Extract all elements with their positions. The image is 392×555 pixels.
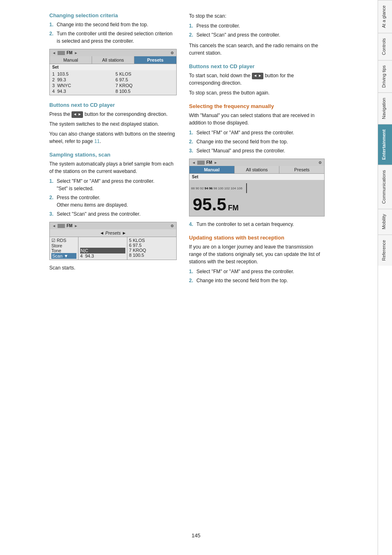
buttons-cd-left-title: Buttons next to CD player [49, 102, 177, 108]
buttons-cd-right-p1: To start scan, hold down the ◄ ► button … [189, 72, 325, 87]
page-ref-link[interactable]: 11 [94, 138, 99, 144]
freq-tick: 98 [214, 187, 217, 190]
buttons-cd-left-p1: Press the ◄ ► button for the correspondi… [49, 111, 177, 118]
freq-tick: 88 [191, 187, 195, 190]
freq-tick: 100 [218, 187, 223, 190]
list-item: Select "FM" or "AM" and press the contro… [189, 129, 325, 136]
tab-allstations-m[interactable]: All stations [235, 166, 280, 173]
tab-presets-1[interactable]: Presets [134, 56, 176, 64]
settings-icon-manual: ⚙ [318, 161, 322, 165]
freq-tick: 102 [224, 187, 230, 190]
list-item: Press the controller. [189, 22, 325, 30]
station-4-num: 4 94.3 [50, 88, 113, 94]
sampling-scan-steps: Select "FM" or "AM" and press the contro… [49, 177, 177, 218]
station-highlight: N|C [80, 248, 125, 253]
radio-icon-scan [58, 224, 65, 228]
tone-item: Tone [51, 248, 76, 253]
scan-starts-text: Scan starts. [49, 264, 177, 272]
station-8: 8 100.5 [113, 88, 176, 94]
scan-menu-left: ☑ RDS Store Tone Scan ▼ [50, 237, 78, 260]
sidebar: At a glance Controls Driving tips Naviga… [378, 0, 392, 555]
station-2-num: 2 99.3 [50, 77, 113, 83]
freq-large-sub: FM [228, 204, 239, 212]
selecting-freq-title: Selecting the frequency manually [189, 103, 325, 109]
scan-s8: 8 100.5 [129, 253, 175, 258]
selecting-freq-steps: Select "FM" or "AM" and press the contro… [189, 129, 325, 154]
radio-display-manual: ◄ FM ► ⚙ Manual All stations Presets Set [189, 159, 325, 216]
sidebar-tab-driving-tips[interactable]: Driving tips [378, 60, 392, 92]
station-5: 5 KLOS [113, 71, 176, 77]
scan-item-selected: Scan ▼ [51, 253, 76, 259]
sidebar-tab-navigation[interactable]: Navigation [378, 92, 392, 124]
stop-scan-steps: Press the controller. Select "Scan" and … [189, 22, 325, 39]
section-stop-scan: To stop the scan: Press the controller. … [189, 12, 325, 57]
tab-presets-m[interactable]: Presets [279, 166, 324, 173]
tab-manual-1[interactable]: Manual [50, 56, 92, 64]
left-arrow-manual: ◄ [192, 161, 196, 165]
sidebar-tab-entertainment[interactable]: Entertainment [378, 124, 392, 165]
buttons-cd-left-p2: The system switches to the next displaye… [49, 120, 177, 128]
station-list-1: 1 103.5 5 KLOS 2 99.3 6 97.5 3 WNYC 7 KR… [50, 70, 176, 95]
nav-button-icon: ◄ ► [71, 111, 83, 118]
freq-tick: 104 [231, 187, 236, 190]
settings-icon-scan: ⚙ [171, 224, 174, 228]
freq-tick: 96 [209, 187, 213, 190]
tab-allstations-1[interactable]: All stations [92, 56, 134, 64]
buttons-cd-right-title: Buttons next to CD player [189, 63, 325, 69]
set-row-manual: Set [189, 174, 324, 180]
freq-bar-track: 88 90 92 94 96 98 100 102 104 106 [191, 187, 242, 190]
section-updating-stations: Updating stations with best reception If… [189, 235, 325, 284]
set-row-1: Set [50, 64, 176, 70]
list-item: Select "FM" or "AM" and press the contro… [189, 268, 325, 275]
station-mid-blank [80, 238, 125, 243]
scan-s6: 6 97.5 [129, 243, 175, 248]
sampling-scan-intro: The system automatically plays a brief s… [49, 160, 177, 175]
radio-tabs-1: Manual All stations Presets [50, 56, 176, 64]
list-item: Select "Manual" and press the controller… [189, 147, 325, 154]
sidebar-tab-communications[interactable]: Communications [378, 165, 392, 209]
list-item: Change into the second field from the to… [189, 138, 325, 145]
store-item: Store [51, 243, 76, 248]
updating-stations-title: Updating stations with best reception [189, 235, 325, 241]
freq-indicator [246, 183, 247, 193]
list-item: Turn the controller to set a certain fre… [189, 221, 325, 228]
sidebar-tab-at-a-glance[interactable]: At a glance [378, 0, 392, 33]
sidebar-tab-mobility[interactable]: Mobility [378, 209, 392, 234]
tab-manual-m[interactable]: Manual [189, 166, 235, 173]
stop-scan-intro: To stop the scan: [189, 12, 325, 20]
left-column: Changing selection criteria Change into … [49, 12, 177, 543]
list-item: Select "FM" or "AM" and press the contro… [49, 177, 177, 192]
radio-header-1: ◄ FM ► ⚙ [50, 49, 176, 56]
station-3-num: 3 WNYC [50, 83, 113, 88]
right-column: To stop the scan: Press the controller. … [189, 12, 325, 543]
freq-tick: 90 [196, 187, 199, 190]
fm-label-scan: FM [67, 223, 72, 228]
section-selecting-freq: Selecting the frequency manually With "M… [189, 103, 325, 228]
presets-row: ◄ Presets ► [50, 229, 176, 237]
radio-display-scan: ◄ FM ► ⚙ ◄ Presets ► ☑ RDS Store Tone Sc… [49, 222, 177, 260]
station-mid-blank2 [80, 243, 125, 248]
section-buttons-cd-left: Buttons next to CD player Press the ◄ ► … [49, 102, 177, 145]
sidebar-tab-controls[interactable]: Controls [378, 33, 392, 60]
sampling-scan-title: Sampling stations, scan [49, 152, 177, 158]
fm-label-1: FM [67, 51, 72, 55]
substep-1: "Set" is selected. [57, 186, 94, 191]
selecting-freq-step4: Turn the controller to set a certain fre… [189, 221, 325, 228]
list-item: Select "Scan" and press the controller. [189, 31, 325, 39]
station-1-num: 1 103.5 [50, 71, 113, 77]
stop-scan-note: This cancels the scan search, and the ra… [189, 42, 325, 57]
updating-stations-steps: Select "FM" or "AM" and press the contro… [189, 268, 325, 284]
scan-menu-grid: ☑ RDS Store Tone Scan ▼ N|C 4 94.3 [50, 237, 176, 260]
freq-tick: 94 [205, 187, 208, 190]
substep-2: Other menu items are displayed. [57, 202, 128, 208]
page-container: Changing selection criteria Change into … [0, 0, 392, 555]
freq-bar-outer: 88 90 92 94 96 98 100 102 104 106 [189, 183, 324, 193]
radio-icon-manual [197, 161, 205, 165]
selecting-freq-intro: With "Manual" you can select stations th… [189, 112, 325, 127]
radio-display-1: ◄ FM ► ⚙ Manual All stations Presets Set… [49, 49, 177, 95]
sidebar-tab-reference[interactable]: Reference [378, 235, 392, 266]
list-item: Change into the second field from the to… [49, 21, 177, 28]
scan-stations-right: 5 KLOS 6 97.5 7 KROQ 8 100.5 [127, 237, 176, 260]
freq-large-number: 95.5 [193, 195, 226, 214]
rds-item: ☑ RDS [51, 238, 76, 243]
